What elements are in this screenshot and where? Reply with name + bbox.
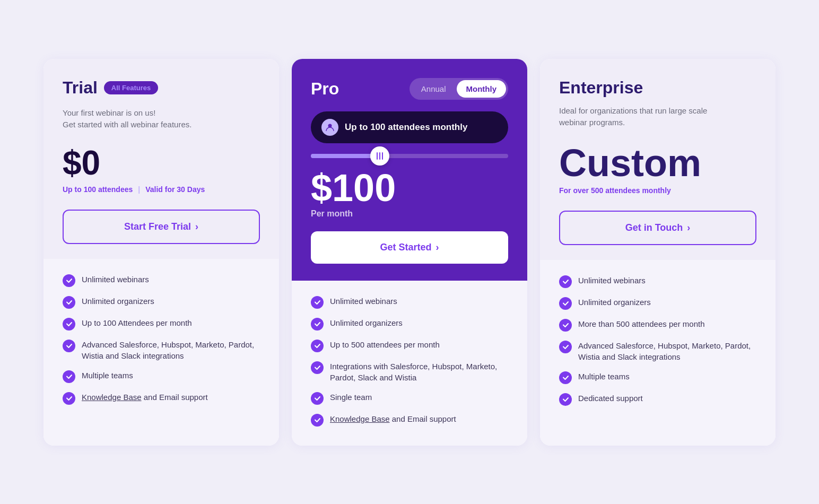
slider-track bbox=[311, 154, 508, 158]
get-in-touch-button[interactable]: Get in Touch › bbox=[559, 211, 756, 245]
pro-price-sub: Per month bbox=[311, 209, 508, 219]
pro-price: $100 bbox=[311, 169, 508, 207]
list-item: Single team bbox=[311, 392, 508, 405]
pro-card-top: Pro Annual Monthly Up to 100 attendees m… bbox=[292, 59, 527, 281]
start-free-trial-button[interactable]: Start Free Trial › bbox=[63, 210, 260, 244]
list-item: Knowledge Base and Email support bbox=[311, 413, 508, 427]
attendees-pill: Up to 100 attendees monthly bbox=[311, 111, 508, 143]
slider-fill bbox=[311, 154, 380, 158]
slider-thumb[interactable] bbox=[370, 146, 389, 166]
enterprise-price-sub: For over 500 attendees monthly bbox=[559, 186, 756, 195]
enterprise-card: Enterprise Ideal for organizations that … bbox=[540, 59, 776, 446]
pro-feature-list: Unlimited webinars Unlimited organizers … bbox=[311, 296, 508, 427]
check-icon bbox=[311, 296, 324, 309]
trial-features: Unlimited webinars Unlimited organizers … bbox=[43, 259, 279, 446]
check-icon bbox=[63, 318, 75, 331]
list-item: Advanced Salesforce, Hubspot, Marketo, P… bbox=[559, 340, 756, 362]
list-item: Integrations with Salesforce, Hubspot, M… bbox=[311, 361, 508, 383]
billing-toggle[interactable]: Annual Monthly bbox=[410, 78, 508, 100]
enterprise-card-top: Enterprise Ideal for organizations that … bbox=[540, 59, 776, 260]
list-item: Dedicated support bbox=[559, 393, 756, 406]
pro-features: Unlimited webinars Unlimited organizers … bbox=[292, 281, 527, 446]
pro-card: Pro Annual Monthly Up to 100 attendees m… bbox=[292, 59, 527, 446]
check-icon bbox=[63, 340, 75, 352]
trial-card-top: Trial All Features Your first webinar is… bbox=[43, 59, 279, 259]
pricing-cards: Trial All Features Your first webinar is… bbox=[43, 59, 776, 446]
check-icon bbox=[559, 371, 572, 384]
check-icon bbox=[559, 275, 572, 288]
list-item: Advanced Salesforce, Hubspot, Marketo, P… bbox=[63, 339, 260, 361]
knowledge-base-link[interactable]: Knowledge Base bbox=[82, 393, 142, 402]
trial-description: Your first webinar is on us! Get started… bbox=[63, 107, 260, 131]
check-icon bbox=[63, 392, 75, 405]
enterprise-price: Custom bbox=[559, 144, 756, 182]
check-icon bbox=[559, 393, 572, 406]
trial-feature-list: Unlimited webinars Unlimited organizers … bbox=[63, 274, 260, 405]
check-icon bbox=[559, 297, 572, 310]
check-icon bbox=[311, 318, 324, 331]
list-item: Unlimited organizers bbox=[311, 317, 508, 331]
enterprise-feature-list: Unlimited webinars Unlimited organizers … bbox=[559, 275, 756, 406]
trial-price: $0 bbox=[63, 146, 260, 180]
get-started-button[interactable]: Get Started › bbox=[311, 231, 508, 264]
list-item: Up to 100 Attendees per month bbox=[63, 317, 260, 331]
thumb-line bbox=[377, 152, 378, 160]
check-icon bbox=[559, 341, 572, 353]
enterprise-features: Unlimited webinars Unlimited organizers … bbox=[540, 260, 776, 446]
slider-thumb-lines bbox=[377, 152, 383, 160]
all-features-badge: All Features bbox=[104, 81, 158, 94]
check-icon bbox=[311, 392, 324, 405]
check-icon bbox=[311, 414, 324, 427]
check-icon bbox=[311, 340, 324, 352]
trial-price-details: Up to 100 attendees | Valid for 30 Days bbox=[63, 185, 260, 194]
list-item: More than 500 attendees per month bbox=[559, 318, 756, 332]
thumb-line bbox=[379, 152, 380, 160]
enterprise-description: Ideal for organizations that run large s… bbox=[559, 105, 756, 129]
list-item: Multiple teams bbox=[559, 371, 756, 384]
list-item: Multiple teams bbox=[63, 370, 260, 383]
check-icon bbox=[63, 274, 75, 287]
billing-annual[interactable]: Annual bbox=[412, 80, 456, 98]
attendees-icon bbox=[321, 119, 338, 136]
list-item: Up to 500 attendees per month bbox=[311, 339, 508, 352]
list-item: Knowledge Base and Email support bbox=[63, 392, 260, 405]
list-item: Unlimited webinars bbox=[559, 275, 756, 288]
list-item: Unlimited organizers bbox=[63, 296, 260, 309]
list-item: Unlimited webinars bbox=[311, 296, 508, 309]
trial-header: Trial All Features bbox=[63, 78, 260, 98]
check-icon bbox=[63, 370, 75, 383]
trial-card: Trial All Features Your first webinar is… bbox=[43, 59, 279, 446]
list-item: Unlimited organizers bbox=[559, 297, 756, 310]
pro-title: Pro bbox=[311, 79, 339, 99]
enterprise-title: Enterprise bbox=[559, 78, 756, 98]
pro-header: Pro Annual Monthly bbox=[311, 78, 508, 100]
check-icon bbox=[311, 361, 324, 374]
knowledge-base-link-pro[interactable]: Knowledge Base bbox=[330, 414, 390, 423]
attendees-slider[interactable] bbox=[311, 154, 508, 158]
thumb-line bbox=[382, 152, 383, 160]
billing-monthly[interactable]: Monthly bbox=[457, 80, 507, 98]
trial-title: Trial bbox=[63, 78, 98, 98]
attendees-text: Up to 100 attendees monthly bbox=[345, 122, 467, 133]
list-item: Unlimited webinars bbox=[63, 274, 260, 287]
check-icon bbox=[559, 319, 572, 332]
check-icon bbox=[63, 296, 75, 309]
